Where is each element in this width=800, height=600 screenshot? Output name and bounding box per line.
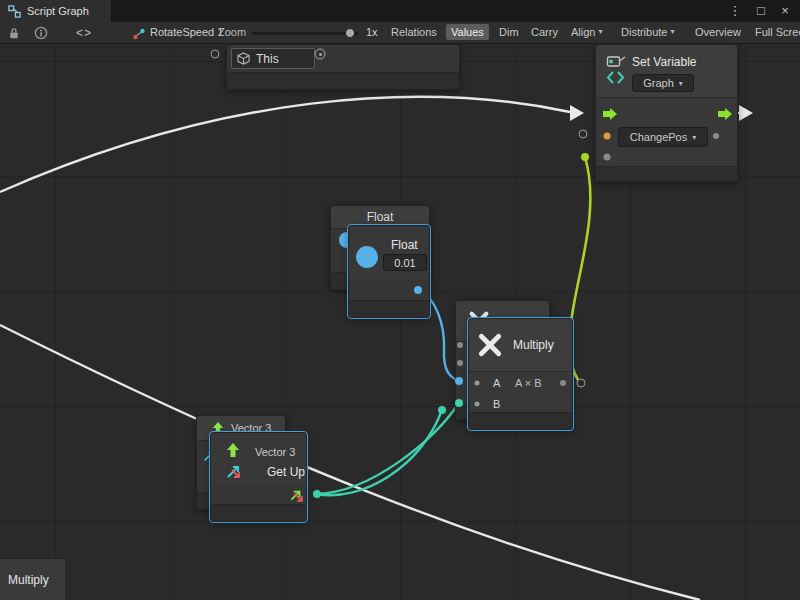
graph-canvas[interactable]: This Set Variable Graph ▾ — [0, 44, 800, 600]
multiply-ghost-port-b[interactable] — [457, 360, 463, 366]
set-variable-output-port[interactable] — [713, 133, 719, 139]
variable-name-label: ChangePos — [630, 131, 688, 143]
cube-icon — [237, 52, 250, 65]
teal-wire-endpoint-2[interactable] — [438, 406, 446, 414]
toolbar-button-fullscreen[interactable]: Full Screen — [750, 24, 800, 40]
variable-kind-dropdown[interactable]: Graph ▾ — [632, 74, 694, 92]
set-variable-name-port[interactable] — [604, 133, 611, 140]
get-up-output-port[interactable] — [313, 490, 321, 498]
script-graph-icon — [8, 5, 21, 18]
toolbar-button-carry[interactable]: Carry — [526, 24, 563, 40]
float-type-icon — [356, 246, 378, 268]
get-up-arrows-icon — [225, 462, 243, 480]
chevron-down-icon: ▾ — [598, 24, 602, 40]
flow-wire-in-arrow-icon — [570, 105, 584, 121]
this-node-panel-footer — [227, 72, 459, 89]
toolbar-button-dim[interactable]: Dim — [494, 24, 524, 40]
flow-wire-diagonal[interactable] — [0, 325, 700, 600]
toolbar-button-overview[interactable]: Overview — [690, 24, 746, 40]
set-variable-node[interactable]: Set Variable Graph ▾ ChangePos ▾ — [595, 44, 738, 182]
this-node-label: This — [256, 52, 279, 66]
set-variable-value-port[interactable] — [604, 154, 611, 161]
float-output-port[interactable] — [414, 286, 422, 294]
set-variable-title: Set Variable — [632, 55, 696, 69]
breadcrumb[interactable]: RotateSpeed 1 — [150, 26, 223, 38]
set-variable-footer — [596, 166, 737, 181]
multiply-ghost-port-a[interactable] — [457, 342, 463, 348]
unity-script-graph-window: Script Graph ⋮ □ × <> RotateSpeed 1 Zoom… — [0, 0, 800, 600]
toolbar-button-distribute[interactable]: Distribute ▾ — [616, 24, 679, 40]
set-variable-unconnected-port[interactable] — [579, 130, 588, 139]
multiply-result-port[interactable] — [560, 380, 566, 386]
multiply-port-a[interactable] — [475, 381, 480, 386]
tab-script-graph[interactable]: Script Graph — [0, 0, 112, 22]
this-input-port[interactable] — [211, 50, 220, 59]
toolbar-button-relations[interactable]: Relations — [386, 24, 442, 40]
chevron-down-icon: ▾ — [679, 79, 683, 88]
zoom-label: Zoom — [218, 26, 246, 38]
this-node[interactable]: This — [231, 48, 315, 69]
flow-out-port-icon[interactable] — [717, 107, 733, 121]
chevron-down-icon: ▾ — [692, 133, 696, 142]
multiply-port-b[interactable] — [475, 402, 480, 407]
multiply-icon — [477, 332, 503, 358]
float-node-title: Float — [391, 238, 418, 252]
teal-wire-endpoint-1[interactable] — [455, 399, 463, 407]
float-value-input[interactable] — [383, 254, 427, 271]
multiply-footer — [469, 412, 572, 429]
window-restore-icon[interactable]: □ — [752, 0, 770, 22]
vector-result-icon — [289, 488, 303, 502]
zoom-slider-track[interactable] — [252, 32, 358, 35]
info-icon[interactable] — [34, 26, 48, 40]
lime-wire-endpoint[interactable] — [581, 153, 589, 161]
set-variable-icon — [606, 55, 626, 85]
up-arrow-icon — [225, 442, 241, 458]
code-view-icon[interactable]: <> — [76, 26, 92, 40]
corner-multiply-node[interactable]: Multiply — [0, 558, 66, 600]
flow-in-port-icon[interactable] — [602, 107, 618, 121]
float-node-footer — [349, 300, 429, 317]
multiply-output-label: A × B — [515, 377, 542, 389]
tab-bar: Script Graph ⋮ □ × — [0, 0, 800, 22]
get-up-title: Get Up — [267, 465, 305, 479]
distribute-label: Distribute — [621, 24, 667, 40]
get-up-footer — [211, 504, 306, 521]
blue-wire-endpoint[interactable] — [455, 377, 463, 385]
window-close-icon[interactable]: × — [776, 0, 794, 22]
zoom-slider-knob[interactable] — [345, 28, 355, 38]
multiply-input-a-label: A — [493, 377, 500, 389]
lock-icon[interactable] — [8, 27, 20, 40]
toolbar-button-values[interactable]: Values — [446, 24, 489, 40]
multiply-result-ring-port[interactable] — [577, 379, 586, 388]
variable-kind-label: Graph — [643, 77, 674, 89]
graph-breadcrumb-icon — [132, 27, 146, 41]
get-up-node[interactable]: Vector 3 Get Up — [210, 432, 307, 522]
multiply-title: Multiply — [513, 338, 554, 352]
get-up-type-label: Vector 3 — [255, 446, 295, 458]
align-label: Align — [571, 24, 595, 40]
value-wire-teal-2[interactable] — [317, 410, 442, 495]
this-output-port[interactable] — [315, 49, 326, 60]
chevron-down-icon: ▾ — [670, 24, 674, 40]
this-node-panel[interactable]: This — [226, 44, 460, 90]
window-menu-icon[interactable]: ⋮ — [726, 0, 744, 22]
graph-toolbar: <> RotateSpeed 1 Zoom 1x Relations Value… — [0, 22, 800, 44]
zoom-value: 1x — [366, 26, 378, 38]
flow-wire-out-arrow-icon — [739, 105, 753, 121]
corner-multiply-title: Multiply — [8, 573, 49, 587]
variable-name-dropdown[interactable]: ChangePos ▾ — [618, 127, 708, 147]
multiply-node[interactable]: Multiply A A × B B — [468, 318, 573, 430]
float-node[interactable]: Float — [348, 225, 430, 318]
flow-wire-in[interactable] — [0, 97, 570, 192]
tab-title: Script Graph — [27, 5, 89, 17]
toolbar-button-align[interactable]: Align ▾ — [566, 24, 607, 40]
multiply-input-b-label: B — [493, 398, 500, 410]
